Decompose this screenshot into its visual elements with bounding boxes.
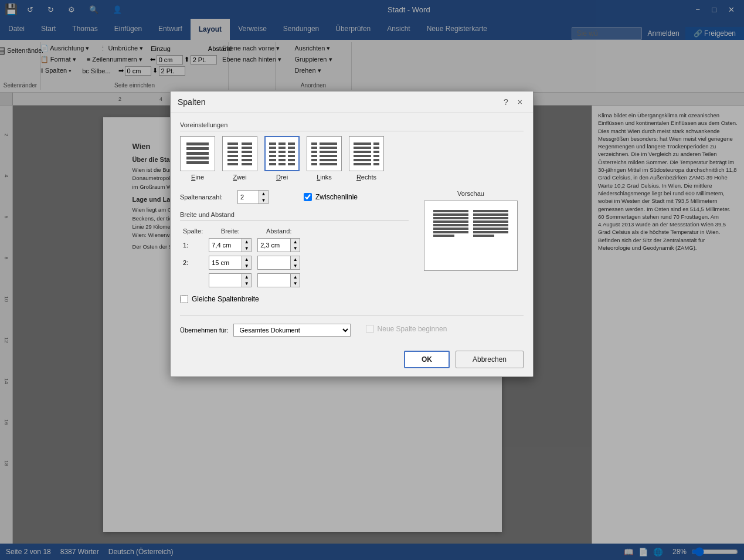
svg-rect-59 — [311, 155, 317, 157]
col-breite-1-up[interactable]: ▲ — [242, 239, 251, 245]
col-breite-2-up[interactable]: ▲ — [242, 256, 251, 263]
gleiche-spaltenbreite-label: Gleiche Spaltenbreite — [192, 295, 259, 303]
col-abstand-2-down[interactable]: ▼ — [290, 263, 300, 269]
preset-eine[interactable]: Eine — [180, 136, 215, 181]
col-num-1: 1: — [180, 236, 206, 254]
svg-rect-63 — [311, 163, 317, 165]
dialog-title: Spalten — [178, 97, 205, 107]
col-row-2: 2: ▲ ▼ — [180, 254, 303, 271]
svg-rect-66 — [373, 142, 379, 145]
svg-rect-24 — [242, 142, 252, 145]
preview-line — [433, 213, 468, 216]
spaltenanzahl-up[interactable]: ▲ — [259, 191, 268, 197]
col-abstand-3-up[interactable]: ▲ — [290, 274, 300, 280]
preview-line — [473, 224, 508, 226]
col-abstand-3-input[interactable] — [258, 276, 290, 285]
col-abstand-3-cell: ▲ ▼ — [254, 271, 303, 289]
uebernehmen-row: Übernehmen für: Gesamtes Dokument Diese … — [180, 321, 524, 337]
col-abstand-2-input[interactable] — [258, 258, 290, 267]
svg-rect-42 — [278, 151, 286, 153]
uebernehmen-select[interactable]: Gesamtes Dokument Diese Sektion Ab hier — [233, 324, 351, 337]
preset-eine-icon — [180, 136, 215, 171]
col-breite-3-wrap: ▲ ▼ — [209, 273, 252, 287]
svg-rect-22 — [186, 161, 209, 164]
dialog-title-icons: ? × — [500, 96, 526, 108]
col-breite-2-input[interactable] — [209, 258, 242, 267]
ok-button[interactable]: OK — [404, 351, 450, 368]
preset-rechts[interactable]: Rechts — [349, 136, 384, 181]
neue-spalte-checkbox[interactable] — [366, 325, 374, 333]
dialog-help-btn[interactable]: ? — [500, 96, 512, 108]
svg-rect-52 — [288, 163, 295, 165]
col-num-2: 2: — [180, 254, 206, 271]
col-abstand-1-down[interactable]: ▼ — [290, 245, 300, 252]
preset-zwei[interactable]: Zwei — [222, 136, 257, 181]
preview-line-short — [473, 235, 494, 237]
svg-rect-72 — [373, 155, 379, 157]
preview-line — [433, 228, 468, 230]
dialog-left: Spaltenanzahl: ▲ ▼ Zwischenl — [180, 190, 409, 309]
col-breite-3-input[interactable] — [209, 276, 242, 285]
col-abstand-2-wrap: ▲ ▼ — [257, 256, 300, 270]
svg-rect-54 — [320, 142, 337, 145]
col-breite-3-down[interactable]: ▼ — [242, 280, 251, 287]
preset-zwei-icon — [222, 136, 257, 171]
svg-rect-32 — [242, 159, 252, 161]
col-abstand-1-input[interactable] — [258, 240, 290, 250]
col-abstand-1-up[interactable]: ▲ — [290, 239, 300, 245]
col-breite-1-wrap: ▲ ▼ — [209, 238, 252, 252]
dialog-footer: OK Abbrechen — [171, 345, 533, 376]
zwischenlinie-checkbox[interactable] — [304, 193, 312, 201]
svg-rect-55 — [311, 147, 317, 149]
dialog-close-btn[interactable]: × — [514, 96, 526, 108]
preset-links-icon — [307, 136, 342, 171]
preview-line-short — [433, 235, 454, 237]
col-breite-2-wrap: ▲ ▼ — [209, 256, 252, 270]
preset-drei[interactable]: Drei — [264, 136, 300, 181]
col-th-spalte: Spalte: — [180, 226, 206, 236]
section-divider — [180, 315, 524, 315]
col-breite-1-down[interactable]: ▼ — [242, 245, 251, 252]
preview-inner — [430, 206, 512, 265]
svg-rect-40 — [288, 147, 295, 149]
dialog-title-bar: Spalten ? × — [171, 91, 533, 113]
vorschau-label: Vorschau — [418, 190, 524, 197]
col-table: Spalte: Breite: Abstand: 1: — [180, 226, 303, 289]
col-abstand-3-down[interactable]: ▼ — [290, 280, 300, 287]
svg-rect-29 — [227, 155, 238, 157]
gleiche-spaltenbreite-checkbox[interactable] — [180, 295, 188, 303]
spalten-dialog: Spalten ? × Voreinstellungen — [170, 91, 534, 377]
dialog-overlay: Spalten ? × Voreinstellungen — [0, 0, 744, 560]
preset-rechts-label: Rechts — [356, 174, 376, 181]
spaltenanzahl-down[interactable]: ▼ — [259, 197, 268, 203]
preview-line — [433, 217, 468, 219]
presets-heading: Voreinstellungen — [180, 121, 524, 131]
svg-rect-69 — [354, 151, 371, 153]
presets-row: Eine — [180, 136, 524, 181]
svg-rect-45 — [278, 155, 286, 157]
svg-rect-20 — [186, 152, 209, 155]
svg-rect-47 — [269, 159, 276, 161]
apply-row: Übernehmen für: Gesamtes Dokument Diese … — [180, 324, 351, 337]
svg-rect-62 — [320, 159, 337, 161]
preset-rechts-icon — [349, 136, 384, 171]
preview-col-2 — [473, 210, 508, 262]
preset-drei-icon — [264, 136, 300, 171]
gleiche-spaltenbreite-row: Gleiche Spaltenbreite — [180, 295, 409, 303]
col-breite-1-input[interactable] — [209, 240, 242, 250]
preset-eine-label: Eine — [191, 174, 204, 181]
svg-rect-43 — [288, 151, 295, 153]
col-breite-2-down[interactable]: ▼ — [242, 263, 251, 269]
col-breite-3-cell: ▲ ▼ — [206, 271, 254, 289]
svg-rect-49 — [288, 159, 295, 161]
col-abstand-1-wrap: ▲ ▼ — [257, 238, 300, 252]
col-abstand-2-up[interactable]: ▲ — [290, 256, 300, 263]
svg-rect-26 — [242, 147, 252, 149]
svg-rect-37 — [288, 142, 295, 145]
svg-rect-36 — [278, 142, 286, 145]
col-breite-3-up[interactable]: ▲ — [242, 274, 251, 280]
cancel-button[interactable]: Abbrechen — [456, 351, 524, 368]
preset-links[interactable]: Links — [307, 136, 342, 181]
svg-rect-50 — [269, 163, 276, 165]
spaltenanzahl-input[interactable] — [238, 192, 259, 202]
